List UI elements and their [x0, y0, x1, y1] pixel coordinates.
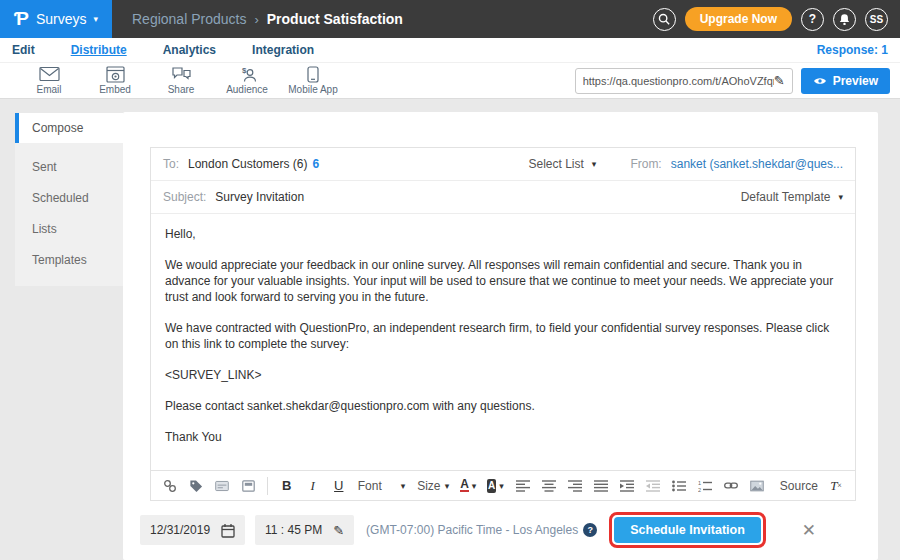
background-color-icon: A: [487, 479, 496, 493]
sidebar-item-scheduled[interactable]: Scheduled: [15, 183, 123, 213]
align-left-button[interactable]: [516, 476, 530, 496]
date-value: 12/31/2019: [150, 523, 210, 537]
numbered-list-button[interactable]: 12: [698, 476, 712, 496]
bold-button[interactable]: B: [280, 476, 294, 496]
compose-panel: To: London Customers (6) 6 Select List ▾…: [123, 112, 878, 560]
sidebar-item-lists[interactable]: Lists: [15, 214, 123, 244]
email-icon: [39, 66, 60, 83]
font-size-dropdown[interactable]: Size ▾: [417, 476, 449, 496]
channel-mobile-app[interactable]: Mobile App: [280, 66, 346, 95]
channel-share[interactable]: Share: [148, 66, 214, 95]
source-button[interactable]: Source: [776, 476, 817, 496]
breadcrumb-parent[interactable]: Regional Products: [132, 11, 246, 27]
sidebar-item-label: Sent: [32, 160, 57, 174]
channel-embed[interactable]: Embed: [82, 66, 148, 95]
justify-button[interactable]: [594, 476, 608, 496]
survey-tabbar: Edit Distribute Analytics Integration Re…: [0, 38, 900, 62]
chevron-down-icon: ▾: [592, 159, 597, 169]
remove-format-button[interactable]: T×: [829, 476, 843, 496]
user-avatar[interactable]: SS: [865, 8, 888, 31]
response-count[interactable]: Response: 1: [817, 43, 888, 57]
outdent-button[interactable]: [646, 476, 660, 496]
app-header: Ƥ Surveys ▾ Regional Products › Product …: [0, 0, 900, 38]
from-label: From:: [630, 157, 661, 171]
email-body-editor[interactable]: Hello, We would appreciate your feedback…: [151, 214, 855, 470]
remove-format-icon: T: [830, 478, 837, 494]
bullet-list-button[interactable]: [672, 476, 686, 496]
to-value[interactable]: London Customers (6): [188, 157, 307, 171]
chevron-down-icon: ▾: [472, 481, 477, 491]
help-button[interactable]: ?: [801, 8, 824, 31]
email-compose-form: To: London Customers (6) 6 Select List ▾…: [150, 147, 856, 501]
from-value[interactable]: sanket (sanket.shekdar@ques...: [671, 157, 843, 171]
indent-button[interactable]: [620, 476, 634, 496]
sidebar-item-templates[interactable]: Templates: [15, 245, 123, 275]
channel-embed-label: Embed: [99, 84, 131, 95]
sidebar-item-label: Compose: [32, 121, 83, 135]
channel-email-label: Email: [36, 84, 61, 95]
template-block-tool[interactable]: [241, 476, 255, 496]
underline-button[interactable]: U: [332, 476, 346, 496]
mobile-app-icon: [307, 66, 319, 83]
body-paragraph: Hello,: [165, 226, 841, 242]
preview-button[interactable]: Preview: [801, 68, 890, 94]
schedule-bar: 12/31/2019 11 : 45 PM ✎ (GMT-07:00) Paci…: [140, 512, 816, 548]
search-button[interactable]: [653, 8, 676, 31]
tab-distribute[interactable]: Distribute: [71, 43, 127, 57]
background-color-button[interactable]: A ▾: [487, 476, 503, 496]
edit-time-icon[interactable]: ✎: [333, 523, 344, 538]
questionpro-logo-icon: Ƥ: [14, 8, 29, 30]
sidebar-item-label: Templates: [32, 253, 87, 267]
edit-url-icon[interactable]: ✎: [774, 73, 785, 88]
eye-icon: [813, 76, 827, 86]
chevron-down-icon: ▾: [93, 14, 98, 24]
tab-edit[interactable]: Edit: [12, 43, 35, 57]
product-switcher[interactable]: Ƥ Surveys ▾: [0, 0, 112, 38]
date-picker[interactable]: 12/31/2019: [140, 515, 245, 545]
help-icon: ?: [809, 12, 816, 26]
channel-email[interactable]: Email: [16, 66, 82, 95]
signature-card-tool[interactable]: [215, 476, 229, 496]
sidebar-item-compose[interactable]: Compose: [15, 113, 123, 143]
image-icon: [750, 480, 764, 492]
breadcrumb-separator-icon: ›: [254, 12, 258, 27]
tab-integration[interactable]: Integration: [252, 43, 314, 57]
recipient-count[interactable]: 6: [312, 157, 319, 171]
text-color-icon: A: [460, 479, 469, 492]
align-center-icon: [542, 480, 556, 492]
align-center-button[interactable]: [542, 476, 556, 496]
hyperlink-button[interactable]: [724, 476, 738, 496]
upgrade-now-button[interactable]: Upgrade Now: [685, 7, 792, 31]
channel-audience[interactable]: $ Audience: [214, 66, 280, 95]
tab-analytics[interactable]: Analytics: [163, 43, 216, 57]
timezone-help-button[interactable]: ?: [583, 523, 597, 537]
time-picker[interactable]: 11 : 45 PM ✎: [255, 515, 354, 545]
tag-icon: [189, 479, 203, 493]
to-label: To:: [163, 157, 179, 171]
text-color-button[interactable]: A ▾: [461, 476, 475, 496]
align-right-icon: [568, 480, 582, 492]
survey-url-field[interactable]: https://qa.questionpro.com/t/AOhoVZfqml …: [575, 68, 793, 94]
align-right-button[interactable]: [568, 476, 582, 496]
insert-image-button[interactable]: [750, 476, 764, 496]
template-dropdown[interactable]: Default Template ▾: [741, 190, 843, 204]
insert-link-tool[interactable]: [163, 476, 177, 496]
svg-text:2: 2: [698, 486, 701, 492]
channel-mobile-app-label: Mobile App: [288, 84, 337, 95]
sidebar-item-sent[interactable]: Sent: [15, 152, 123, 182]
close-icon[interactable]: ✕: [802, 520, 816, 541]
sidebar-item-label: Lists: [32, 222, 57, 236]
subject-value[interactable]: Survey Invitation: [215, 190, 304, 204]
embed-icon: [106, 66, 125, 83]
italic-button[interactable]: I: [306, 476, 320, 496]
header-actions: Upgrade Now ? SS: [653, 7, 888, 31]
chevron-down-icon: ▾: [499, 481, 504, 491]
merge-tag-tool[interactable]: [189, 476, 203, 496]
font-family-dropdown[interactable]: Font ▾: [358, 476, 405, 496]
bell-icon: [838, 13, 851, 26]
schedule-invitation-button[interactable]: Schedule Invitation: [614, 517, 761, 543]
sidebar-item-label: Scheduled: [32, 191, 89, 205]
notifications-button[interactable]: [833, 8, 856, 31]
select-list-dropdown[interactable]: Select List ▾: [528, 157, 596, 171]
chevron-down-icon: ▾: [838, 192, 843, 202]
